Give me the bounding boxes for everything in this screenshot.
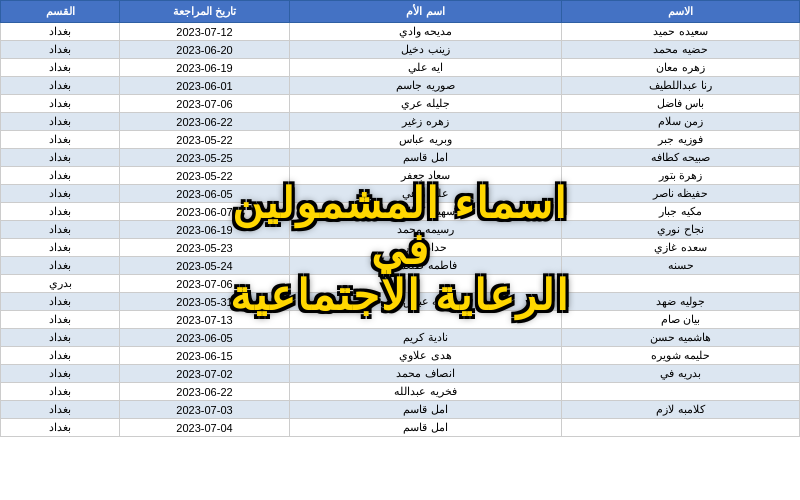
cell-city: بغداد (1, 221, 120, 239)
cell-city: بغداد (1, 167, 120, 185)
cell-mother: سعاد جعفر (290, 167, 562, 185)
cell-city: بغداد (1, 365, 120, 383)
cell-name: زهره معان (562, 59, 800, 77)
cell-name: رنا عبداللطيف (562, 77, 800, 95)
cell-date: 2023-05-22 (120, 131, 290, 149)
table-row: زهرة بتورسعاد جعفر2023-05-22بغداد (1, 167, 800, 185)
cell-date: 2023-07-12 (120, 23, 290, 41)
cell-mother: هدى علاوي (290, 347, 562, 365)
cell-mother: فاطمه طلعمه (290, 257, 562, 275)
table-container: الاسم اسم الأم تاريخ المراجعة القسم سعيد… (0, 0, 800, 500)
table-row: حفيظه ناصرعليه زاهي2023-06-05بغداد (1, 185, 800, 203)
table-row: رنا عبداللطيفصوريه جاسم2023-06-01بغداد (1, 77, 800, 95)
cell-mother: عليه زاهي (290, 185, 562, 203)
cell-mother: انصاف محمد (290, 365, 562, 383)
cell-mother: وبريه عباس (290, 131, 562, 149)
cell-name: حسنه (562, 257, 800, 275)
cell-city: بغداد (1, 41, 120, 59)
table-row: صبيحه كطافهامل قاسم2023-05-25بغداد (1, 149, 800, 167)
cell-name: باس فاضل (562, 95, 800, 113)
cell-name (562, 275, 800, 293)
cell-date: 2023-06-19 (120, 221, 290, 239)
cell-city: بغداد (1, 257, 120, 275)
table-row: باس فاضلجليله عري2023-07-06بغداد (1, 95, 800, 113)
cell-city: بدري (1, 275, 120, 293)
table-row: حليمه شويرههدى علاوي2023-06-15بغداد (1, 347, 800, 365)
cell-date: 2023-07-04 (120, 419, 290, 437)
table-row: زهره معانايه علي2023-06-19بغداد (1, 59, 800, 77)
cell-date: 2023-05-25 (120, 149, 290, 167)
cell-date: 2023-06-22 (120, 383, 290, 401)
cell-date: 2023-06-20 (120, 41, 290, 59)
cell-mother: امل قاسم (290, 419, 562, 437)
table-row: سعيده حميدمديحه وادي2023-07-12بغداد (1, 23, 800, 41)
cell-city: بغداد (1, 311, 120, 329)
cell-name: زهرة بتور (562, 167, 800, 185)
cell-city: بغداد (1, 329, 120, 347)
table-row: حضيه محمدزينب دخيل2023-06-20بغداد (1, 41, 800, 59)
cell-mother: فخريه عبدالله (290, 383, 562, 401)
cell-date: 2023-06-22 (120, 113, 290, 131)
cell-date: 2023-06-05 (120, 185, 290, 203)
table-row: فوزيه جبروبريه عباس2023-05-22بغداد (1, 131, 800, 149)
cell-name: فوزيه جبر (562, 131, 800, 149)
cell-date: 2023-05-24 (120, 257, 290, 275)
cell-city: بغداد (1, 293, 120, 311)
cell-name: زمن سلام (562, 113, 800, 131)
table-row: امل قاسم2023-07-04بغداد (1, 419, 800, 437)
cell-city: بغداد (1, 131, 120, 149)
cell-date: 2023-05-31 (120, 293, 290, 311)
data-table: الاسم اسم الأم تاريخ المراجعة القسم سعيد… (0, 0, 800, 437)
cell-name: حفيظه ناصر (562, 185, 800, 203)
cell-name: نجاح نوري (562, 221, 800, 239)
cell-mother: حداد جبار (290, 239, 562, 257)
cell-name: مكيه جبار (562, 203, 800, 221)
cell-mother: زهره زغير (290, 113, 562, 131)
table-row: بيان صام2023-07-13بغداد (1, 311, 800, 329)
cell-city: بغداد (1, 401, 120, 419)
cell-city: بغداد (1, 113, 120, 131)
cell-mother: ايه علي (290, 59, 562, 77)
cell-mother (290, 311, 562, 329)
cell-date: 2023-05-22 (120, 167, 290, 185)
cell-date: 2023-07-02 (120, 365, 290, 383)
cell-name: بدريه في (562, 365, 800, 383)
cell-mother: نادية كريم (290, 329, 562, 347)
table-row: زمن سلامزهره زغير2023-06-22بغداد (1, 113, 800, 131)
table-row: 2023-07-06بدري (1, 275, 800, 293)
cell-mother: جليله عري (290, 95, 562, 113)
cell-city: بغداد (1, 77, 120, 95)
cell-date: 2023-07-13 (120, 311, 290, 329)
cell-name (562, 419, 800, 437)
table-row: جوليه ضهدنجه عباس2023-05-31بغداد (1, 293, 800, 311)
cell-city: بغداد (1, 383, 120, 401)
table-row: حسنهفاطمه طلعمه2023-05-24بغداد (1, 257, 800, 275)
cell-date: 2023-06-19 (120, 59, 290, 77)
cell-name: بيان صام (562, 311, 800, 329)
cell-date: 2023-06-05 (120, 329, 290, 347)
cell-date: 2023-06-01 (120, 77, 290, 95)
table-row: هاشميه حسننادية كريم2023-06-05بغداد (1, 329, 800, 347)
cell-mother: نجه عباس (290, 293, 562, 311)
table-row: فخريه عبدالله2023-06-22بغداد (1, 383, 800, 401)
cell-mother: رسيمه محمد (290, 221, 562, 239)
cell-city: بغداد (1, 149, 120, 167)
cell-date: 2023-07-03 (120, 401, 290, 419)
header-date: تاريخ المراجعة (120, 1, 290, 23)
cell-mother (290, 275, 562, 293)
cell-mother: زينب دخيل (290, 41, 562, 59)
header-name: الاسم (562, 1, 800, 23)
cell-mother: امل قاسم (290, 401, 562, 419)
header-city: القسم (1, 1, 120, 23)
cell-city: بغداد (1, 203, 120, 221)
cell-name: سعده غازي (562, 239, 800, 257)
cell-name: سعيده حميد (562, 23, 800, 41)
header-mother: اسم الأم (290, 1, 562, 23)
cell-name: جوليه ضهد (562, 293, 800, 311)
table-row: كلامبه لازمامل قاسم2023-07-03بغداد (1, 401, 800, 419)
table-row: سعده غازيحداد جبار2023-05-23بغداد (1, 239, 800, 257)
cell-date: 2023-07-06 (120, 95, 290, 113)
table-row: نجاح نوريرسيمه محمد2023-06-19بغداد (1, 221, 800, 239)
cell-city: بغداد (1, 23, 120, 41)
cell-name: هاشميه حسن (562, 329, 800, 347)
